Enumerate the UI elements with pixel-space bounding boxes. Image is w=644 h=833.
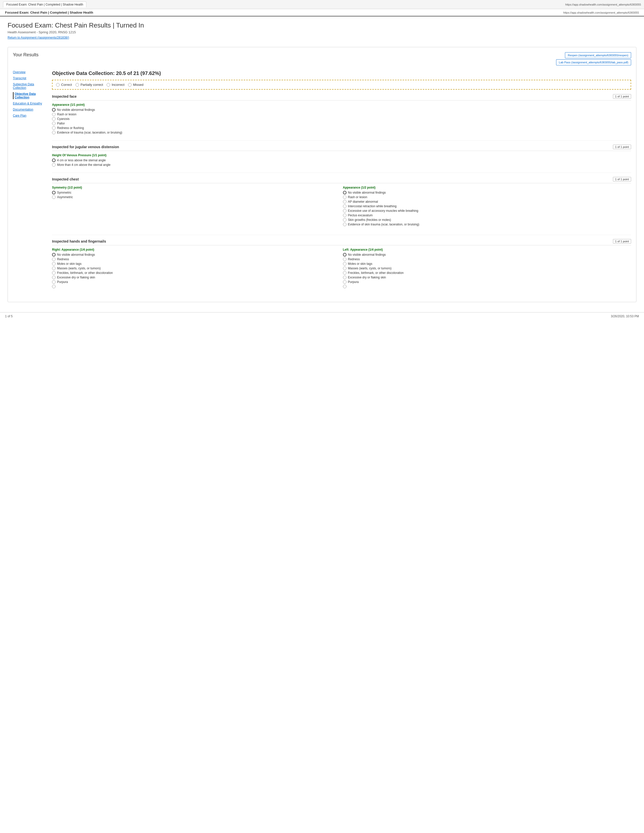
option-text: Freckles, birthmark, or other discolorat…: [348, 271, 404, 275]
sidebar-item-overview[interactable]: Overview: [13, 71, 48, 74]
list-item: Cyanosis: [52, 117, 631, 121]
option-text: Masses (warts, cysts, or tumors): [348, 267, 392, 270]
hands-two-col: Right: Appearance (1/4 point) No visible…: [52, 248, 631, 291]
divider: [52, 140, 631, 141]
option-text: Moles or skin tags: [57, 262, 82, 265]
hands-right: Right: Appearance (1/4 point) No visible…: [52, 248, 340, 291]
content-area: Overview Transcript Subjective Data Coll…: [13, 71, 631, 297]
return-link[interactable]: Return to Assignment (/assignments/28183…: [8, 36, 69, 39]
list-item: Pallor: [52, 122, 631, 125]
header-url: https://app.shadowhealth.com/assignment_…: [563, 11, 639, 14]
main-section: Objective Data Collection: 20.5 of 21 (9…: [52, 71, 631, 297]
sidebar-item-careplan[interactable]: Care Plan: [13, 114, 48, 117]
filter-incorrect[interactable]: Incorrect: [106, 83, 124, 87]
sidebar-item-education[interactable]: Education & Empathy: [13, 102, 48, 105]
option-checkbox: [52, 262, 56, 265]
list-item: No visible abnormal findings: [52, 253, 340, 256]
option-checkbox: [343, 257, 346, 261]
hands-left-options: No visible abnormal findings Redness Mol…: [343, 253, 631, 288]
reopen-button[interactable]: Reopen (/assignment_attempts/6383055/reo…: [565, 52, 631, 58]
timestamp: 3/26/2020, 10:53 PM: [611, 315, 639, 318]
option-text: Rash or lesion: [57, 113, 77, 116]
lab-pass-button[interactable]: Lab Pass (/assignment_attempts/6383055/l…: [556, 60, 631, 65]
sidebar-item-objective[interactable]: Objective Data Collection: [13, 92, 48, 99]
correct-label: Correct: [61, 83, 72, 87]
list-item: Excessive dry or flaking skin: [343, 276, 631, 279]
option-text: Redness: [57, 257, 69, 261]
option-text: Evidence of trauma (scar, laceration, or…: [57, 131, 122, 134]
list-item: Symmetric: [52, 191, 340, 195]
option-checkbox: [343, 214, 346, 217]
option-text: Skin growths (freckles or moles): [348, 218, 391, 222]
list-item: Evidence of trauma (scar, laceration, or…: [52, 131, 631, 134]
filter-partially[interactable]: Partially correct: [76, 83, 103, 87]
incorrect-checkbox[interactable]: [106, 83, 110, 87]
option-checkbox: [343, 204, 346, 208]
sidebar-item-documentation[interactable]: Documentation: [13, 108, 48, 111]
sidebar-item-transcript[interactable]: Transcript: [13, 77, 48, 80]
option-checkbox: [52, 108, 56, 112]
option-text: Excessive use of accessory muscles while…: [348, 209, 419, 212]
list-item: Pectus excavatum: [343, 214, 631, 217]
option-checkbox: [343, 285, 346, 288]
option-checkbox: [52, 122, 56, 125]
sidebar-item-subjective[interactable]: Subjective Data Collection: [13, 82, 48, 90]
option-checkbox: [343, 276, 346, 279]
hands-right-label: Right: Appearance (1/4 point): [52, 248, 340, 251]
filter-missed[interactable]: Missed: [128, 83, 143, 87]
option-checkbox: [52, 195, 56, 199]
list-item: [52, 285, 340, 288]
option-text: Redness: [348, 257, 360, 261]
results-container: Your Results Reopen (/assignment_attempt…: [8, 47, 636, 302]
jugular-pressure-options: 4 cm or less above the sternal angle Mor…: [52, 159, 631, 167]
chest-appearance-options: No visible abnormal findings Rash or les…: [343, 191, 631, 226]
missed-checkbox[interactable]: [128, 83, 132, 87]
page-subtitle: Health Assessment - Spring 2020, RNSG 12…: [8, 30, 636, 34]
list-item: Evidence of skin trauma (scar, laceratio…: [343, 223, 631, 226]
option-text: Excessive dry or flaking skin: [348, 276, 386, 279]
option-checkbox: [343, 218, 346, 222]
option-checkbox: [52, 280, 56, 284]
jugular-pressure: Height Of Venous Pressure (1/1 point) 4 …: [52, 153, 631, 167]
jugular-pressure-label: Height Of Venous Pressure (1/1 point): [52, 153, 631, 157]
option-checkbox: [52, 191, 56, 195]
face-points: 1 of 1 point: [613, 94, 631, 99]
face-appearance: Appearance (1/1 point) No visible abnorm…: [52, 103, 631, 134]
option-checkbox: [52, 276, 56, 279]
hands-left: Left: Appearance (1/4 point) No visible …: [343, 248, 631, 291]
chest-symmetry-label: Symmetry (1/2 point): [52, 186, 340, 189]
list-item: AP diameter abnormal: [343, 200, 631, 203]
list-item: No visible abnormal findings: [343, 191, 631, 195]
option-text: Evidence of skin trauma (scar, laceratio…: [348, 223, 420, 226]
page-title: Focused Exam: Chest Pain Results | Turne…: [8, 21, 636, 29]
partially-checkbox[interactable]: [76, 83, 79, 87]
option-text: Excessive dry or flaking skin: [57, 276, 95, 279]
results-buttons: Reopen (/assignment_attempts/6383055/reo…: [556, 52, 631, 65]
option-text: Purpura: [57, 280, 68, 284]
option-text: 4 cm or less above the sternal angle: [57, 159, 106, 162]
option-checkbox: [343, 271, 346, 275]
list-item: No visible abnormal findings: [52, 108, 631, 112]
list-item: Redness or flushing: [52, 126, 631, 130]
page-header: Focused Exam: Chest Pain | Completed | S…: [0, 9, 644, 16]
subsection-jugular: Inspected for jugular venous distension …: [52, 145, 631, 167]
face-header: Inspected face 1 of 1 point: [52, 94, 631, 100]
jugular-header: Inspected for jugular venous distension …: [52, 145, 631, 151]
face-appearance-options: No visible abnormal findings Rash or les…: [52, 108, 631, 134]
chest-appearance-label: Appearance (1/2 point): [343, 186, 631, 189]
browser-tab[interactable]: Focused Exam: Chest Pain | Completed | S…: [3, 2, 86, 7]
list-item: No visible abnormal findings: [343, 253, 631, 256]
list-item: Skin growths (freckles or moles): [343, 218, 631, 222]
list-item: [343, 285, 631, 288]
list-item: Freckles, birthmark, or other discolorat…: [52, 271, 340, 275]
chest-symmetry: Symmetry (1/2 point) Symmetric Asymmetri…: [52, 186, 340, 229]
correct-checkbox[interactable]: [56, 83, 60, 87]
option-checkbox: [343, 200, 346, 203]
option-text: Cyanosis: [57, 117, 69, 121]
subsection-inspected-face: Inspected face 1 of 1 point Appearance (…: [52, 94, 631, 134]
filter-correct[interactable]: Correct: [56, 83, 72, 87]
browser-bar: Focused Exam: Chest Pain | Completed | S…: [0, 0, 644, 9]
sidebar: Overview Transcript Subjective Data Coll…: [13, 71, 52, 297]
option-checkbox: [52, 271, 56, 275]
option-checkbox: [52, 159, 56, 162]
